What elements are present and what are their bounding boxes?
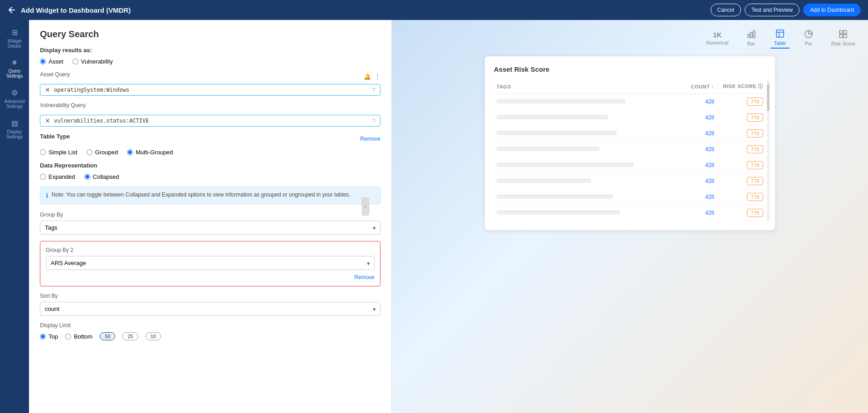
- radio-simple-list[interactable]: Simple List: [40, 149, 78, 156]
- cell-tags-7: [494, 189, 671, 205]
- vuln-query-label: Vulnerability Query: [40, 102, 86, 108]
- tab-bar[interactable]: Bar: [743, 28, 760, 48]
- radio-multi-grouped[interactable]: Multi-Grouped: [127, 149, 173, 156]
- header-title: Add Widget to Dashboard (VMDR): [21, 6, 131, 14]
- radio-top[interactable]: Top: [40, 333, 58, 340]
- sort-by-select[interactable]: count name risk score: [40, 302, 380, 316]
- col-header-count[interactable]: COUNT ↑: [671, 79, 717, 94]
- filter-icon[interactable]: 🔔: [364, 73, 371, 80]
- cell-risk-8: 778: [717, 205, 766, 221]
- page-title: Query Search: [40, 29, 380, 39]
- query-settings-icon: ≡: [12, 59, 16, 67]
- radio-multi-grouped-label: Multi-Grouped: [136, 149, 173, 156]
- radio-simple-list-label: Simple List: [49, 149, 78, 156]
- cell-tags-6: [494, 173, 671, 189]
- sidebar-item-widget-details[interactable]: ⊞ Widget Details: [2, 25, 27, 52]
- test-preview-button[interactable]: Test and Preview: [745, 4, 800, 16]
- more-icon[interactable]: ⋮: [375, 73, 380, 80]
- tab-risk-score[interactable]: Risk Score: [828, 28, 859, 48]
- sidebar-item-label: Advanced Settings: [4, 99, 25, 109]
- radio-collapsed[interactable]: Collapsed: [84, 173, 119, 180]
- sidebar-item-display-settings[interactable]: ▤ Display Settings: [2, 115, 27, 143]
- preview-table: TAGS COUNT ↑ RISK SCORE ⓘ: [494, 79, 766, 221]
- limit-25-btn[interactable]: 25: [122, 332, 138, 340]
- svg-rect-10: [844, 34, 847, 38]
- bar-icon: [747, 30, 756, 39]
- group-by-label: Group By: [40, 211, 380, 218]
- asset-query-input[interactable]: [54, 87, 372, 93]
- sidebar-item-label: Display Settings: [4, 129, 25, 139]
- numerical-icon: 1K: [713, 31, 722, 39]
- radio-expanded-label: Expanded: [49, 173, 75, 180]
- cell-risk-7: 778: [717, 189, 766, 205]
- cell-risk-1: 778: [717, 94, 766, 110]
- data-rep-radio-group: Expanded Collapsed: [40, 173, 380, 180]
- sidebar-item-query-settings[interactable]: ≡ Query Settings: [2, 55, 27, 82]
- tab-pie[interactable]: Pie: [800, 28, 817, 48]
- display-limit-section: Display Limit Top Bottom 50 25 10: [40, 322, 380, 340]
- svg-rect-7: [839, 30, 843, 34]
- radio-vulnerability-label: Vulnerability: [81, 58, 113, 65]
- radio-asset[interactable]: Asset: [40, 58, 63, 65]
- cell-count-1: 428: [671, 94, 717, 110]
- asset-query-help-icon[interactable]: ?: [372, 87, 375, 93]
- table-scrollbar-thumb: [767, 84, 770, 111]
- back-icon[interactable]: [7, 5, 16, 15]
- preview-table-wrapper: TAGS COUNT ↑ RISK SCORE ⓘ: [494, 79, 766, 221]
- sidebar-item-advanced-settings[interactable]: ⚙ Advanced Settings: [2, 85, 27, 113]
- table-row: 428 778: [494, 94, 766, 110]
- cell-risk-3: 778: [717, 126, 766, 142]
- sidebar-item-label: Widget Details: [4, 39, 25, 49]
- preview-area: 1K Numerical Bar: [392, 20, 868, 413]
- collapse-panel-btn[interactable]: ‹: [362, 197, 369, 216]
- header-left: Add Widget to Dashboard (VMDR): [7, 5, 131, 15]
- tab-table-label: Table: [774, 40, 786, 46]
- info-icon: ℹ: [46, 192, 48, 199]
- group-by-select-wrapper: Tags OS IP Asset Name: [40, 221, 380, 235]
- table-row: 428 778: [494, 142, 766, 157]
- limit-10-btn[interactable]: 10: [146, 332, 161, 340]
- asset-query-input-wrapper: ✕ ?: [40, 84, 380, 96]
- sort-by-select-wrapper: count name risk score: [40, 302, 380, 316]
- radio-expanded[interactable]: Expanded: [40, 173, 75, 180]
- tab-numerical[interactable]: 1K Numerical: [702, 29, 732, 47]
- pie-icon: [804, 30, 813, 39]
- radio-bottom[interactable]: Bottom: [65, 333, 93, 340]
- limit-50-btn[interactable]: 50: [100, 332, 115, 340]
- table-type-label: Table Type: [40, 133, 70, 140]
- display-results-label: Display results as:: [40, 47, 380, 54]
- cancel-button[interactable]: Cancel: [711, 4, 741, 16]
- group-by-2-select-wrapper: ARS Average Count Tags OS: [46, 256, 375, 270]
- table-type-radio-group: Simple List Grouped Multi-Grouped: [40, 149, 380, 156]
- group-by-2-remove: Remove: [46, 274, 375, 280]
- asset-query-clear-btn[interactable]: ✕: [45, 86, 50, 93]
- table-scrollbar[interactable]: [767, 79, 770, 221]
- radio-asset-label: Asset: [49, 58, 63, 65]
- group-by-2-remove-link[interactable]: Remove: [354, 274, 375, 280]
- table-head: TAGS COUNT ↑ RISK SCORE ⓘ: [494, 79, 766, 94]
- cell-count-5: 428: [671, 157, 717, 173]
- radio-vulnerability[interactable]: Vulnerability: [73, 58, 113, 65]
- display-limit-label: Display Limit: [40, 322, 380, 329]
- group-by-2-select[interactable]: ARS Average Count Tags OS: [46, 256, 375, 270]
- group-by-select[interactable]: Tags OS IP Asset Name: [40, 221, 380, 235]
- vuln-query-help-icon[interactable]: ?: [372, 118, 375, 124]
- col-header-tags: TAGS: [494, 79, 671, 94]
- advanced-settings-icon: ⚙: [11, 88, 18, 97]
- table-type-remove-link[interactable]: Remove: [360, 136, 380, 142]
- tab-table[interactable]: Table: [770, 27, 790, 49]
- svg-rect-2: [753, 30, 755, 38]
- vuln-query-input[interactable]: [54, 118, 372, 124]
- add-to-dashboard-button[interactable]: Add to Dashboard: [803, 4, 861, 16]
- preview-card: Asset Risk Score TAGS COUNT ↑ RISK SC: [485, 56, 775, 230]
- cell-count-4: 428: [671, 142, 717, 157]
- radio-grouped[interactable]: Grouped: [87, 149, 118, 156]
- vuln-query-clear-btn[interactable]: ✕: [45, 117, 50, 124]
- cell-tags-2: [494, 110, 671, 126]
- radio-top-label: Top: [49, 333, 58, 340]
- cell-tags-4: [494, 142, 671, 157]
- display-results-radio-group: Asset Vulnerability: [40, 58, 380, 65]
- table-row: 428 778: [494, 157, 766, 173]
- table-type-row: Table Type Remove: [40, 133, 380, 144]
- limit-row: Top Bottom 50 25 10: [40, 332, 380, 340]
